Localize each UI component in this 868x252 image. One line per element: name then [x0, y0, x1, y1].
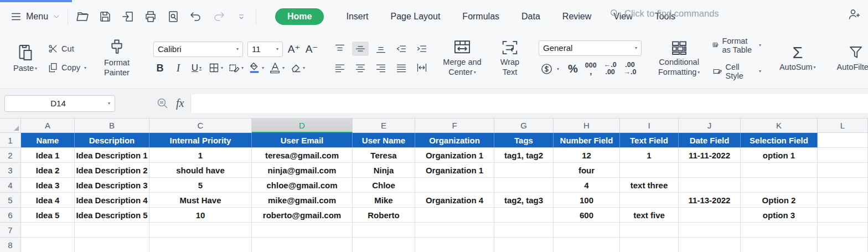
- align-middle-button[interactable]: [352, 42, 369, 56]
- cell-B1[interactable]: Description: [75, 133, 149, 148]
- autosum-button[interactable]: Σ AutoSum▾: [776, 43, 819, 74]
- cell-D2[interactable]: teresa@gmail.com: [252, 148, 353, 163]
- cell-K4[interactable]: [741, 178, 818, 193]
- fill-color-button[interactable]: ▾: [249, 61, 264, 75]
- cell-I5[interactable]: [620, 193, 679, 208]
- cell-H3[interactable]: four: [554, 163, 620, 178]
- bold-button[interactable]: B: [153, 61, 167, 75]
- column-header-F[interactable]: F: [415, 119, 494, 133]
- cell-I3[interactable]: [620, 163, 679, 178]
- cell-C8[interactable]: [149, 238, 252, 252]
- cell-K6[interactable]: option 3: [741, 208, 818, 223]
- row-header-6[interactable]: 6: [0, 208, 21, 223]
- italic-button[interactable]: I: [172, 61, 185, 75]
- cell-J1[interactable]: Date Field: [679, 133, 741, 148]
- redo-button[interactable]: [211, 9, 226, 24]
- cell-F2[interactable]: Organization 1: [415, 148, 494, 163]
- decrease-decimal-button[interactable]: ←.0 .00: [604, 61, 617, 76]
- cell-F3[interactable]: Organization 1: [415, 163, 494, 178]
- tab-review[interactable]: Review: [562, 12, 591, 22]
- column-header-I[interactable]: I: [620, 119, 679, 133]
- column-header-G[interactable]: G: [494, 119, 554, 133]
- cell-I6[interactable]: text five: [620, 208, 679, 223]
- cell-L2[interactable]: [818, 148, 868, 163]
- paste-button[interactable]: Paste▾: [10, 42, 40, 75]
- cell-K7[interactable]: [741, 223, 818, 238]
- cell-D1[interactable]: User Email: [252, 133, 353, 148]
- row-header-5[interactable]: 5: [0, 193, 21, 208]
- cell-F8[interactable]: [415, 238, 494, 252]
- wrap-text-button[interactable]: Wrap Text: [494, 38, 525, 78]
- cell-A6[interactable]: Idea 5: [21, 208, 75, 223]
- cell-I7[interactable]: [620, 223, 679, 238]
- percent-button[interactable]: %: [568, 63, 578, 75]
- autofilter-button[interactable]: AutoFilter▾: [834, 43, 868, 74]
- merge-center-button[interactable]: Merge and Center▾: [437, 38, 488, 78]
- cell-F1[interactable]: Organization: [415, 133, 494, 148]
- grow-font-button[interactable]: A⁺: [287, 42, 301, 56]
- cell-K8[interactable]: [741, 238, 818, 252]
- format-painter-button[interactable]: Format Painter: [94, 38, 140, 79]
- cell-D5[interactable]: mike@gmail.com: [252, 193, 353, 208]
- column-header-B[interactable]: B: [75, 119, 149, 133]
- currency-button[interactable]: ▾: [539, 62, 561, 76]
- column-header-C[interactable]: C: [149, 119, 252, 133]
- select-all-corner[interactable]: [0, 119, 21, 133]
- menu-button[interactable]: Menu: [10, 11, 61, 23]
- cell-K1[interactable]: Selection Field: [741, 133, 818, 148]
- cell-H6[interactable]: 600: [554, 208, 620, 223]
- cell-L4[interactable]: [818, 178, 868, 193]
- tab-formulas[interactable]: Formulas: [462, 12, 499, 22]
- tab-data[interactable]: Data: [521, 12, 540, 22]
- tab-home[interactable]: Home: [275, 8, 324, 25]
- formula-input[interactable]: [190, 94, 868, 113]
- cell-G6[interactable]: [494, 208, 554, 223]
- cell-K3[interactable]: [741, 163, 818, 178]
- cell-B7[interactable]: [75, 223, 149, 238]
- cell-B8[interactable]: [75, 238, 149, 252]
- borders-button[interactable]: ▾: [208, 61, 223, 75]
- cell-J4[interactable]: [679, 178, 741, 193]
- cell-J6[interactable]: [679, 208, 741, 223]
- zoom-formula-icon[interactable]: [156, 97, 169, 110]
- conditional-formatting-button[interactable]: Conditional Formatting▾: [655, 38, 703, 78]
- cell-B4[interactable]: Idea Description 3: [75, 178, 149, 193]
- cell-G5[interactable]: tag2, tag3: [494, 193, 554, 208]
- tab-insert[interactable]: Insert: [346, 12, 368, 22]
- command-search[interactable]: Click to find commands: [609, 8, 719, 19]
- increase-indent-button[interactable]: [414, 42, 430, 56]
- row-header-8[interactable]: 8: [0, 238, 21, 252]
- cell-A7[interactable]: [21, 223, 75, 238]
- cell-L7[interactable]: [818, 223, 868, 238]
- underline-button[interactable]: U▾: [190, 61, 203, 75]
- cell-A5[interactable]: Idea 4: [21, 193, 75, 208]
- cell-E4[interactable]: Chloe: [353, 178, 415, 193]
- column-header-J[interactable]: J: [679, 119, 741, 133]
- align-right-button[interactable]: [373, 60, 389, 75]
- cell-L3[interactable]: [818, 163, 868, 178]
- cell-B2[interactable]: Idea Description 1: [75, 148, 149, 163]
- align-top-button[interactable]: [332, 42, 348, 56]
- cell-F5[interactable]: Organization 4: [415, 193, 494, 208]
- row-header-7[interactable]: 7: [0, 223, 21, 238]
- cell-H1[interactable]: Number Field: [554, 133, 620, 148]
- cell-A4[interactable]: Idea 3: [21, 178, 75, 193]
- name-box[interactable]: D14 ▾: [4, 95, 115, 112]
- font-size-select[interactable]: 11 ▾: [247, 42, 283, 57]
- align-left-button[interactable]: [332, 60, 348, 75]
- row-header-1[interactable]: 1: [0, 133, 21, 148]
- cell-C4[interactable]: 5: [149, 178, 252, 193]
- copy-button[interactable]: Copy ▾: [46, 61, 88, 74]
- increase-decimal-button[interactable]: .00 →.0: [624, 61, 637, 76]
- cell-F7[interactable]: [415, 223, 494, 238]
- cell-B5[interactable]: Idea Description 4: [75, 193, 149, 208]
- column-header-L[interactable]: L: [818, 119, 868, 133]
- cell-I2[interactable]: 1: [620, 148, 679, 163]
- cell-A1[interactable]: Name: [21, 133, 75, 148]
- row-header-2[interactable]: 2: [0, 148, 21, 163]
- column-header-H[interactable]: H: [554, 119, 620, 133]
- number-format-select[interactable]: General ▾: [539, 40, 642, 56]
- cell-G1[interactable]: Tags: [494, 133, 554, 148]
- cell-L8[interactable]: [818, 238, 868, 252]
- customize-quickbar-button[interactable]: [234, 9, 249, 24]
